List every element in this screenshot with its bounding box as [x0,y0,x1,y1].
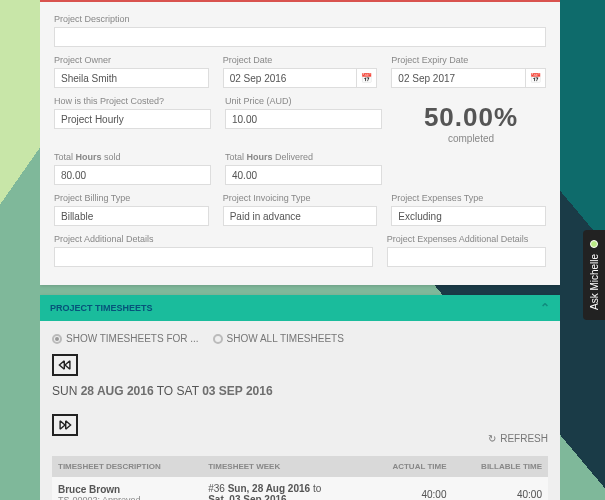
completed-percent: 50.00% [396,102,546,133]
row-desc-sub: TS-00002: Approved [58,495,196,501]
calendar-icon[interactable]: 📅 [357,68,377,88]
billing-type-label: Project Billing Type [54,193,209,203]
project-owner-label: Project Owner [54,55,209,65]
expenses-additional-label: Project Expenses Additional Details [387,234,546,244]
col-week: TIMESHEET WEEK [202,456,366,477]
hours-delivered-input[interactable]: 40.00 [225,165,382,185]
invoicing-type-input[interactable]: Paid in advance [223,206,378,226]
project-timesheets-panel: PROJECT TIMESHEETS ⌃ SHOW TIMESHEETS FOR… [40,295,560,500]
project-date-label: Project Date [223,55,378,65]
radio-show-all[interactable] [213,334,223,344]
refresh-label: REFRESH [500,433,548,444]
next-week-button[interactable] [52,414,78,436]
project-description-input[interactable] [54,27,546,47]
invoicing-type-label: Project Invoicing Type [223,193,378,203]
additional-details-label: Project Additional Details [54,234,373,244]
radio-show-for-label: SHOW TIMESHEETS FOR ... [66,333,199,344]
project-expiry-input[interactable]: 02 Sep 2017 [391,68,526,88]
billing-type-input[interactable]: Billable [54,206,209,226]
project-costed-label: How is this Project Costed? [54,96,211,106]
hours-delivered-label: Total Hours Delivered [225,152,382,162]
radio-show-all-label: SHOW ALL TIMESHEETS [227,333,344,344]
date-range: SUN 28 AUG 2016 TO SAT 03 SEP 2016 [52,384,273,398]
project-details-card: Project Description Project Owner Sheila… [40,0,560,285]
prev-week-button[interactable] [52,354,78,376]
expenses-type-input[interactable]: Excluding [391,206,546,226]
project-costed-input[interactable]: Project Hourly [54,109,211,129]
col-billable: BILLABLE TIME [453,456,549,477]
ask-michelle-tab[interactable]: Ask Michelle [583,230,605,320]
col-actual: ACTUAL TIME [366,456,453,477]
row-billable: 40:00 [453,477,549,500]
expenses-additional-input[interactable] [387,247,546,267]
project-owner-input[interactable]: Sheila Smith [54,68,209,88]
hours-sold-label: Total Hours sold [54,152,211,162]
unit-price-input[interactable]: 10.00 [225,109,382,129]
project-expiry-label: Project Expiry Date [391,55,546,65]
unit-price-label: Unit Price (AUD) [225,96,382,106]
timesheet-table: TIMESHEET DESCRIPTION TIMESHEET WEEK ACT… [52,456,548,500]
table-row[interactable]: Bruce Brown TS-00002: Approved #36 Sun, … [52,477,548,500]
row-actual: 40:00 [366,477,453,500]
project-date-input[interactable]: 02 Sep 2016 [223,68,358,88]
hours-sold-input[interactable]: 80.00 [54,165,211,185]
status-dot-icon [590,240,598,248]
calendar-icon[interactable]: 📅 [526,68,546,88]
completed-label: completed [396,133,546,144]
row-week: #36 Sun, 28 Aug 2016 to Sat, 03 Sep 2016 [202,477,366,500]
radio-show-for[interactable] [52,334,62,344]
ask-michelle-label: Ask Michelle [589,253,600,309]
collapse-icon[interactable]: ⌃ [540,301,550,315]
project-description-label: Project Description [54,14,546,24]
refresh-icon: ↻ [488,433,496,444]
additional-details-input[interactable] [54,247,373,267]
panel-title: PROJECT TIMESHEETS [50,303,153,313]
col-description: TIMESHEET DESCRIPTION [52,456,202,477]
row-desc-main: Bruce Brown [58,484,196,495]
refresh-button[interactable]: ↻ REFRESH [488,433,548,444]
expenses-type-label: Project Expenses Type [391,193,546,203]
